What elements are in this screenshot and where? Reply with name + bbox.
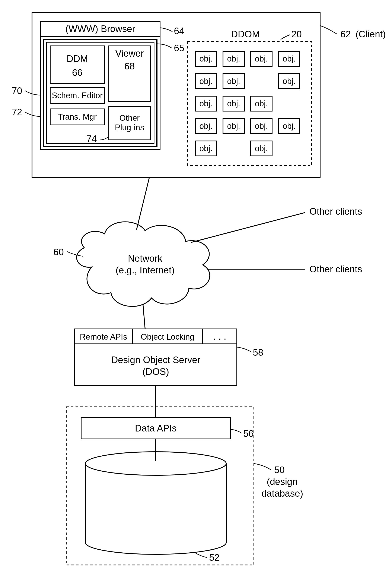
db-paren1: (design [267,476,297,487]
dos-l1: Design Object Server [111,354,200,365]
ref-60: 60 [53,247,64,257]
db-cylinder [85,452,226,554]
svg-text:obj.: obj. [283,77,296,86]
svg-text:obj.: obj. [227,122,240,130]
dos-block: Remote APIs Object Locking . . . Design … [75,329,237,386]
network-l1: Network [128,253,162,264]
dos-lock: Object Locking [141,332,194,341]
conn-other-clients-1 [191,212,305,242]
ref-72: 72 [12,107,22,117]
svg-text:obj.: obj. [199,77,212,86]
ref-20: 20 [291,29,302,39]
conn-network-dos [143,304,145,329]
svg-text:obj.: obj. [283,54,296,63]
svg-text:obj.: obj. [283,122,296,130]
other-clients-1: Other clients [309,206,362,216]
dos-dots: . . . [213,331,226,342]
svg-text:obj.: obj. [199,54,212,63]
ref-62: 62 (Client) [340,29,386,39]
svg-text:obj.: obj. [255,54,268,63]
ref-66: 66 [72,67,83,78]
ddom-title: DDOM [231,29,260,39]
ref-58: 58 [253,347,263,358]
ref-56: 56 [243,428,254,439]
ref-50: 50 [274,464,285,475]
ref-64: 64 [174,26,184,36]
db-paren2: database) [261,488,303,498]
ref-65: 65 [174,43,184,53]
browser-title: (WWW) Browser [65,24,135,34]
dos-l2: (DOS) [143,366,169,377]
ddom-obj-grid: obj. obj. obj. obj. obj. obj. obj. obj. … [195,51,300,156]
conn-client-network [137,177,149,230]
otherplug-l2: Plug-ins [115,123,144,132]
svg-text:obj.: obj. [199,99,212,108]
ref-52: 52 [209,552,219,563]
ref-70: 70 [12,86,22,96]
ref-74: 74 [86,134,97,144]
dataapis-label: Data APIs [135,423,177,434]
svg-text:obj.: obj. [199,122,212,130]
dos-remote: Remote APIs [80,332,127,341]
network-l2: (e.g., Internet) [116,265,175,275]
svg-text:obj.: obj. [227,77,240,86]
svg-text:obj.: obj. [227,54,240,63]
svg-text:obj.: obj. [199,144,212,153]
svg-text:obj.: obj. [255,144,268,153]
svg-text:obj.: obj. [227,99,240,108]
svg-text:obj.: obj. [255,122,268,130]
trans-label: Trans. Mgr [58,112,97,121]
otherplug-l1: Other [119,114,140,122]
viewer-label: Viewer [115,48,144,58]
ddm-label: DDM [67,54,88,64]
other-clients-2: Other clients [309,264,362,274]
network-cloud [77,222,210,306]
schem-label: Schem. Editor [52,91,103,100]
ref-68: 68 [124,61,135,71]
svg-text:obj.: obj. [255,99,268,108]
